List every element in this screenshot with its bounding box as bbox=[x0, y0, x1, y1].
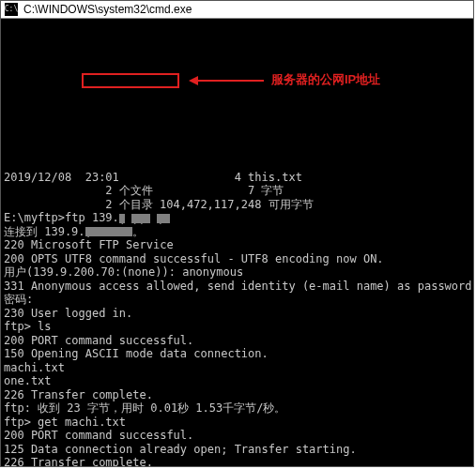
terminal-line: 125 Data connection already open; Transf… bbox=[4, 443, 470, 457]
terminal-line: 200 OPTS UTF8 command successful - UTF8 … bbox=[4, 252, 470, 266]
redacted-ip-icon: .. bbox=[131, 214, 150, 223]
terminal-line: 密码: bbox=[4, 293, 470, 307]
terminal-line: ftp> get machi.txt bbox=[4, 416, 470, 430]
ip-highlight-box bbox=[82, 73, 179, 88]
terminal-line: 用户(139.9.200.70:(none)): anonymous bbox=[4, 265, 470, 280]
terminal-line: E:\myftp>ftp 139.. .. . bbox=[4, 211, 470, 225]
terminal-line: 331 Anonymous access allowed, send ident… bbox=[4, 280, 470, 294]
terminal-line: 连接到 139.9..。 bbox=[4, 225, 470, 239]
annotation-label: 服务器的公网IP地址 bbox=[271, 73, 380, 87]
redacted-ip-icon: . bbox=[85, 227, 132, 236]
terminal-line: 226 Transfer complete. bbox=[4, 456, 470, 466]
terminal-line: 2 个文件 7 字节 bbox=[4, 184, 470, 198]
terminal-line: 150 Opening ASCII mode data connection. bbox=[4, 347, 470, 361]
annotation-arrow-line bbox=[198, 80, 264, 82]
terminal-line: one.txt bbox=[4, 374, 470, 388]
annotation-arrow-icon bbox=[189, 76, 198, 85]
terminal-line: 226 Transfer complete. bbox=[4, 388, 470, 402]
window-title: C:\WINDOWS\system32\cmd.exe bbox=[23, 1, 192, 18]
terminal-line: 200 PORT command successful. bbox=[4, 334, 470, 348]
terminal-line: 230 User logged in. bbox=[4, 307, 470, 321]
terminal-line: machi.txt bbox=[4, 361, 470, 375]
terminal-line: ftp: 收到 23 字节，用时 0.01秒 1.53千字节/秒。 bbox=[4, 401, 470, 416]
redacted-ip-icon: . bbox=[119, 214, 125, 223]
cmd-window: C:\ C:\WINDOWS\system32\cmd.exe 服务器的公网IP… bbox=[0, 0, 474, 467]
cmd-icon: C:\ bbox=[5, 3, 18, 16]
terminal-area[interactable]: 服务器的公网IP地址 2019/12/08 23:01 4 this.txt 2… bbox=[1, 19, 473, 466]
terminal-line: 220 Microsoft FTP Service bbox=[4, 238, 470, 252]
terminal-line: ftp> ls bbox=[4, 320, 470, 334]
window-titlebar[interactable]: C:\ C:\WINDOWS\system32\cmd.exe bbox=[1, 1, 473, 19]
terminal-line: 200 PORT command successful. bbox=[4, 429, 470, 443]
terminal-line: 2 个目录 104,472,117,248 可用字节 bbox=[4, 198, 470, 212]
redacted-ip-icon: . bbox=[157, 214, 170, 223]
terminal-line: 2019/12/08 23:01 4 this.txt bbox=[4, 171, 470, 185]
